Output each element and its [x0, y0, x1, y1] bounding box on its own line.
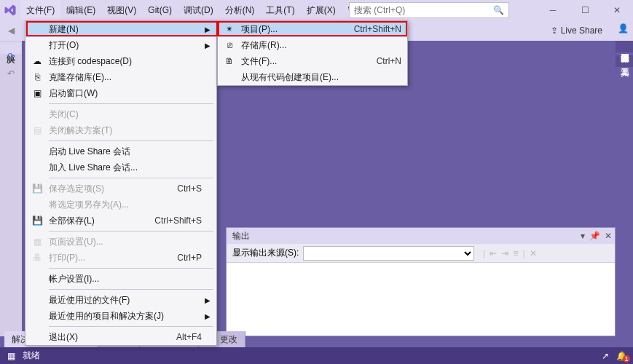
close-icon[interactable]: ✕ [605, 231, 612, 241]
separator [49, 231, 213, 232]
save-icon: 💾 [31, 183, 43, 194]
menu-save-as: 将选定项另存为(A)... [25, 197, 216, 213]
nav-back-button[interactable]: ◀ [3, 23, 19, 39]
menu-analyze[interactable]: 分析(N) [219, 0, 261, 20]
menu-save: 💾保存选定项(S)Ctrl+S [25, 181, 216, 197]
liveshare-button[interactable]: ⇪ Live Share [546, 20, 607, 41]
back-icon[interactable]: ↶ [3, 66, 19, 82]
status-ready-label: 就绪 [23, 349, 40, 362]
project-icon: ✴ [224, 23, 235, 35]
source-control-icon[interactable]: ↗ [602, 351, 609, 361]
output-source-select[interactable] [303, 246, 474, 261]
menu-new[interactable]: 新建(N)▶ [25, 21, 216, 37]
output-title-label: 输出 [232, 230, 250, 242]
window-icon: ▣ [31, 87, 43, 99]
separator [49, 103, 213, 104]
menu-close-solution: ▤关闭解决方案(T) [25, 122, 216, 138]
close-button[interactable]: ✕ [601, 0, 633, 20]
maximize-button[interactable]: ☐ [569, 0, 601, 20]
minimize-button[interactable]: ─ [537, 0, 569, 20]
dropdown-icon[interactable]: ▾ [581, 231, 585, 241]
menu-save-all[interactable]: 💾全部保存(L)Ctrl+Shift+S [25, 213, 216, 229]
submenu-repo[interactable]: ⎚存储库(R)... [218, 37, 407, 53]
menu-start-liveshare[interactable]: 启动 Live Share 会话 [25, 143, 216, 159]
submenu-from-existing[interactable]: 从现有代码创建项目(E)... [218, 69, 407, 85]
search-icon: 🔍 [493, 5, 504, 15]
liveshare-label: Live Share [561, 25, 602, 36]
menu-view[interactable]: 视图(V) [101, 0, 142, 20]
notifications-icon[interactable]: 🔔 [616, 351, 627, 361]
menu-start-window[interactable]: ▣启动窗口(W) [25, 85, 216, 101]
menu-file[interactable]: 文件(F) [20, 0, 60, 20]
clone-icon: ⎘ [31, 71, 43, 83]
menu-recent-projects[interactable]: 最近使用的项目和解决方案(J)▶ [25, 308, 216, 324]
word-wrap-icon[interactable]: ≡ [513, 248, 518, 258]
cloud-icon: ☁ [31, 55, 43, 67]
indent-left-icon[interactable]: ⇤ [490, 248, 497, 258]
chevron-right-icon: ▶ [205, 25, 211, 33]
menu-edit[interactable]: 编辑(E) [60, 0, 101, 20]
output-panel: 输出 ▾ 📌 ✕ 显示输出来源(S): | ⇤ ⇥ ≡ | ✕ [226, 227, 616, 336]
toolbox-tab[interactable]: 工具箱 [616, 55, 633, 67]
output-titlebar: 输出 ▾ 📌 ✕ [227, 228, 615, 244]
right-panel: 服务器资源管理器 工具箱 [616, 41, 633, 336]
repo-icon: ⎚ [224, 39, 235, 51]
menu-join-liveshare[interactable]: 加入 Live Share 会话... [25, 159, 216, 175]
statusbar: ▦ 就绪 ↗ 🔔 [0, 347, 633, 364]
new-submenu-dropdown: ✴项目(P)...Ctrl+Shift+N ⎚存储库(R)... 🗎文件(F).… [217, 20, 408, 86]
server-explorer-tab[interactable]: 服务器资源管理器 [616, 41, 633, 52]
file-icon: 🗎 [224, 55, 235, 67]
menu-exit[interactable]: 退出(X)Alt+F4 [25, 329, 216, 345]
menu-extensions[interactable]: 扩展(X) [301, 0, 342, 20]
close-sln-icon: ▤ [31, 124, 43, 136]
separator [49, 268, 213, 269]
menu-git[interactable]: Git(G) [142, 0, 178, 20]
menu-print: 🖶打印(P)...Ctrl+P [25, 250, 216, 266]
chevron-right-icon: ▶ [205, 312, 211, 320]
menu-page-setup: ▦页面设置(U)... [25, 234, 216, 250]
menu-tools[interactable]: 工具(T) [260, 0, 300, 20]
separator [49, 178, 213, 178]
status-grid-icon[interactable]: ▦ [7, 351, 15, 361]
window-controls: ─ ☐ ✕ [537, 0, 633, 20]
menu-open[interactable]: 打开(O)▶ [25, 37, 216, 53]
titlebar: 文件(F) 编辑(E) 视图(V) Git(G) 调试(D) 分析(N) 工具(… [0, 0, 633, 20]
menu-codespace[interactable]: ☁连接到 codespace(D) [25, 53, 216, 69]
menu-close: 关闭(C) [25, 106, 216, 122]
share-icon: ⇪ [551, 25, 558, 36]
menu-clone-repo[interactable]: ⎘克隆存储库(E)... [25, 69, 216, 85]
submenu-file[interactable]: 🗎文件(F)...Ctrl+N [218, 53, 407, 69]
feedback-icon[interactable]: 👤 [618, 23, 629, 33]
menu-account-settings[interactable]: 帐户设置(I)... [25, 271, 216, 287]
separator [49, 326, 213, 327]
search-box[interactable]: 🔍 [349, 2, 509, 18]
separator [49, 141, 213, 141]
menu-recent-files[interactable]: 最近使用过的文件(F)▶ [25, 292, 216, 308]
refresh-icon[interactable]: ⟳ [3, 48, 19, 64]
separator [49, 289, 213, 290]
output-toolbar: 显示输出来源(S): | ⇤ ⇥ ≡ | ✕ [227, 244, 615, 263]
pin-icon[interactable]: 📌 [589, 231, 600, 241]
page-setup-icon: ▦ [31, 236, 43, 248]
print-icon: 🖶 [31, 252, 43, 264]
save-all-icon: 💾 [31, 215, 43, 226]
menu-debug[interactable]: 调试(D) [178, 0, 219, 20]
vs-logo-icon [0, 0, 20, 20]
output-source-label: 显示输出来源(S): [232, 247, 299, 259]
chevron-right-icon: ▶ [205, 41, 211, 50]
file-menu-dropdown: 新建(N)▶ 打开(O)▶ ☁连接到 codespace(D) ⎘克隆存储库(E… [25, 20, 217, 346]
output-body [227, 263, 615, 336]
chevron-right-icon: ▶ [205, 296, 211, 304]
indent-right-icon[interactable]: ⇥ [501, 248, 508, 258]
submenu-project[interactable]: ✴项目(P)...Ctrl+Shift+N [218, 21, 407, 37]
clear-icon[interactable]: ✕ [530, 248, 537, 258]
search-input[interactable] [354, 5, 493, 15]
left-panel: ⟳ ↶ 解决 [0, 41, 22, 336]
